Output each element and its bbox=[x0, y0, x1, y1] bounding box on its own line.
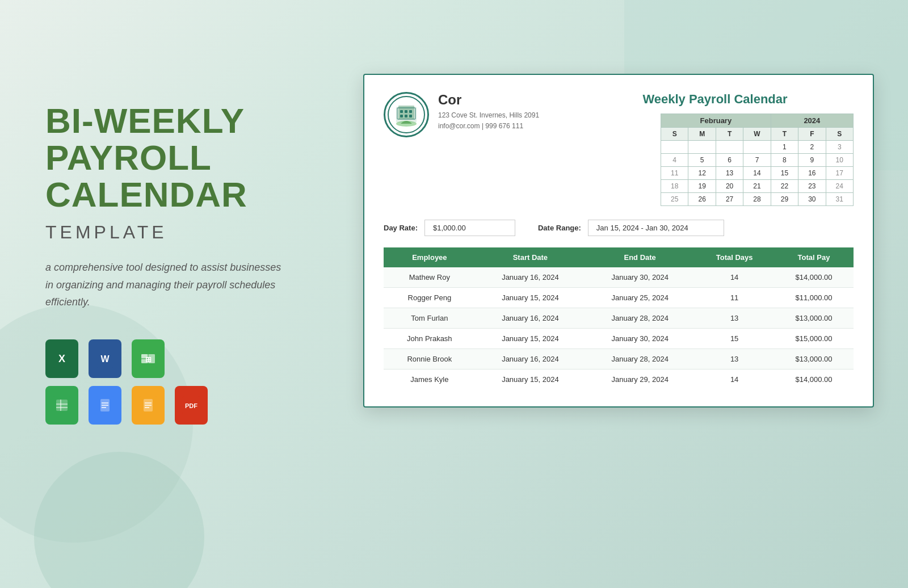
svg-rect-31 bbox=[400, 110, 403, 113]
pdf-icon: PDF bbox=[175, 386, 208, 425]
cell-total-days: 15 bbox=[695, 329, 774, 349]
cal-day-s1: S bbox=[661, 128, 688, 141]
document-panel: Cor 123 Cove St. Invernes, Hills 2091 in… bbox=[363, 74, 874, 408]
cal-day-t2: T bbox=[771, 128, 798, 141]
date-range-field: Date Range: Jan 15, 2024 - Jan 30, 2024 bbox=[538, 220, 724, 236]
col-total-days: Total Days bbox=[695, 247, 774, 267]
svg-rect-34 bbox=[400, 115, 403, 117]
cell-start-date: January 15, 2024 bbox=[476, 329, 585, 349]
svg-rect-11 bbox=[56, 400, 68, 411]
svg-text:X: X bbox=[58, 353, 65, 364]
svg-text:PDF: PDF bbox=[185, 402, 197, 409]
date-range-input[interactable]: Jan 15, 2024 - Jan 30, 2024 bbox=[588, 220, 724, 236]
cell-start-date: January 15, 2024 bbox=[476, 288, 585, 308]
sub-title: TEMPLATE bbox=[45, 222, 284, 243]
cell-start-date: January 16, 2024 bbox=[476, 308, 585, 329]
cal-day-t1: T bbox=[716, 128, 743, 141]
cell-total-days: 13 bbox=[695, 308, 774, 329]
cell-start-date: January 15, 2024 bbox=[476, 369, 585, 390]
format-row-2: PDF bbox=[45, 386, 284, 425]
cal-day-s2: S bbox=[826, 128, 853, 141]
table-header-row: Employee Start Date End Date Total Days … bbox=[384, 247, 854, 267]
cell-end-date: January 28, 2024 bbox=[585, 349, 695, 369]
left-panel: BI-WEEKLYPAYROLLCALENDAR TEMPLATE a comp… bbox=[45, 102, 284, 425]
cell-total-days: 14 bbox=[695, 369, 774, 390]
date-range-label: Date Range: bbox=[538, 224, 581, 232]
gdocs-icon bbox=[89, 386, 121, 425]
cell-total-days: 11 bbox=[695, 288, 774, 308]
cell-total-pay: $11,000.00 bbox=[774, 288, 854, 308]
mini-calendar: February 2024 S M T W T F S bbox=[661, 114, 854, 206]
svg-text:⊞: ⊞ bbox=[145, 355, 152, 364]
table-row: Mathew Roy January 16, 2024 January 30, … bbox=[384, 267, 854, 288]
company-address: 123 Cove St. Invernes, Hills 2091 info@c… bbox=[438, 110, 577, 132]
calendar-year-header: 2024 bbox=[771, 114, 853, 128]
cell-employee: Mathew Roy bbox=[384, 267, 476, 288]
cell-end-date: January 25, 2024 bbox=[585, 288, 695, 308]
cell-end-date: January 28, 2024 bbox=[585, 308, 695, 329]
pages-icon bbox=[132, 386, 165, 425]
word-icon: W bbox=[89, 339, 121, 378]
svg-rect-35 bbox=[405, 115, 407, 117]
excel-icon: X bbox=[45, 339, 78, 378]
svg-rect-32 bbox=[405, 110, 407, 113]
cell-end-date: January 29, 2024 bbox=[585, 369, 695, 390]
col-end-date: End Date bbox=[585, 247, 695, 267]
cell-total-days: 13 bbox=[695, 349, 774, 369]
table-row: James Kyle January 15, 2024 January 29, … bbox=[384, 369, 854, 390]
cell-employee: John Prakash bbox=[384, 329, 476, 349]
day-rate-input[interactable]: $1,000.00 bbox=[424, 220, 515, 236]
svg-rect-33 bbox=[409, 110, 412, 113]
cell-start-date: January 16, 2024 bbox=[476, 349, 585, 369]
table-row: John Prakash January 15, 2024 January 30… bbox=[384, 329, 854, 349]
cell-total-pay: $14,000.00 bbox=[774, 369, 854, 390]
table-row: Rogger Peng January 15, 2024 January 25,… bbox=[384, 288, 854, 308]
svg-text:W: W bbox=[100, 354, 110, 364]
company-logo bbox=[384, 92, 429, 137]
cell-end-date: January 30, 2024 bbox=[585, 267, 695, 288]
cal-day-f: F bbox=[798, 128, 826, 141]
day-rate-label: Day Rate: bbox=[384, 224, 418, 232]
cell-employee: James Kyle bbox=[384, 369, 476, 390]
col-employee: Employee bbox=[384, 247, 476, 267]
cal-day-m: M bbox=[688, 128, 716, 141]
col-start-date: Start Date bbox=[476, 247, 585, 267]
calendar-main-title: Weekly Payroll Calendar bbox=[577, 92, 854, 107]
description: a comprehensive tool designed to assist … bbox=[45, 259, 284, 311]
format-icons: X W ⊞ bbox=[45, 339, 284, 425]
col-total-pay: Total Pay bbox=[774, 247, 854, 267]
day-rate-field: Day Rate: $1,000.00 bbox=[384, 220, 515, 236]
cell-total-pay: $14,000.00 bbox=[774, 267, 854, 288]
company-info: Cor 123 Cove St. Invernes, Hills 2091 in… bbox=[438, 92, 577, 132]
calendar-title-block: Weekly Payroll Calendar February 2024 S … bbox=[577, 92, 854, 206]
gsheets-icon bbox=[45, 386, 78, 425]
cell-total-pay: $15,000.00 bbox=[774, 329, 854, 349]
cell-start-date: January 16, 2024 bbox=[476, 267, 585, 288]
svg-rect-36 bbox=[409, 115, 412, 117]
cell-end-date: January 30, 2024 bbox=[585, 329, 695, 349]
main-title: BI-WEEKLYPAYROLLCALENDAR bbox=[45, 102, 284, 213]
form-section: Day Rate: $1,000.00 Date Range: Jan 15, … bbox=[384, 220, 854, 236]
doc-header: Cor 123 Cove St. Invernes, Hills 2091 in… bbox=[384, 92, 854, 206]
payroll-table: Employee Start Date End Date Total Days … bbox=[384, 247, 854, 389]
cal-day-w: W bbox=[743, 128, 771, 141]
company-name: Cor bbox=[438, 92, 577, 108]
cell-employee: Ronnie Brook bbox=[384, 349, 476, 369]
cell-total-pay: $13,000.00 bbox=[774, 308, 854, 329]
table-row: Tom Furlan January 16, 2024 January 28, … bbox=[384, 308, 854, 329]
cell-employee: Rogger Peng bbox=[384, 288, 476, 308]
table-row: Ronnie Brook January 16, 2024 January 28… bbox=[384, 349, 854, 369]
cell-total-pay: $13,000.00 bbox=[774, 349, 854, 369]
calendar-month-header: February bbox=[661, 114, 771, 128]
cell-employee: Tom Furlan bbox=[384, 308, 476, 329]
format-row-1: X W ⊞ bbox=[45, 339, 284, 378]
cell-total-days: 14 bbox=[695, 267, 774, 288]
numbers-icon: ⊞ bbox=[132, 339, 165, 378]
